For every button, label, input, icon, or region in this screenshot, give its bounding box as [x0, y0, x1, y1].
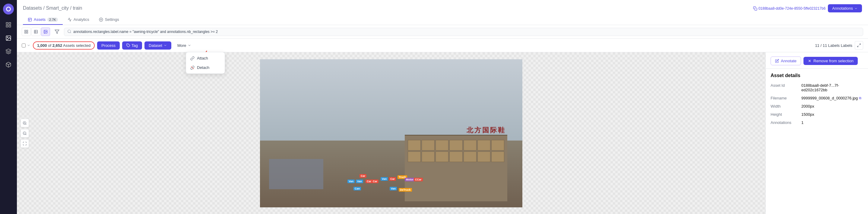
selection-bar: 1,000 of 2,652 Assets selected Process T… [17, 39, 868, 52]
svg-line-33 [26, 134, 27, 135]
detail-label-width: Width [771, 104, 798, 108]
svg-rect-5 [9, 25, 11, 27]
expand-button[interactable] [855, 41, 863, 50]
svg-rect-13 [25, 30, 26, 31]
search-bar [64, 28, 863, 36]
tab-settings[interactable]: Settings [94, 15, 124, 25]
svg-rect-11 [28, 18, 32, 21]
image-controls [21, 119, 29, 148]
svg-line-26 [859, 44, 861, 45]
svg-point-7 [7, 37, 8, 38]
search-icon [67, 29, 71, 34]
sidebar-icon-grid[interactable] [3, 19, 14, 30]
annotations-btn-label: Annotations [832, 6, 853, 10]
svg-rect-16 [27, 32, 28, 33]
header: Datasets / Smart_city / train 0188baa8-d… [17, 0, 868, 25]
image-viewer: Car Van Van Car Car Van Car Truck Motor … [17, 52, 766, 214]
tab-analytics[interactable]: Analytics [63, 15, 94, 25]
process-button[interactable]: Process [97, 42, 120, 50]
label-car-4: Car [389, 177, 396, 181]
detail-label-assetid: Asset Id [771, 83, 798, 88]
label-van-4: Van [390, 187, 397, 190]
detach-label: Detach [197, 65, 209, 70]
content-area: Car Van Van Car Car Van Car Truck Motor … [17, 52, 868, 214]
view-icons [22, 27, 50, 36]
detail-label-annotations: Annotations [771, 120, 798, 125]
copy-filename-button[interactable]: ⧉ [859, 96, 861, 100]
detail-value-assetid: 0188baa8-debf-7...7f-ed202c1672bb [801, 83, 863, 92]
checkbox-area [22, 44, 30, 48]
sidebar-icon-layers[interactable] [3, 46, 14, 57]
annotate-btn-label: Annotate [781, 59, 797, 63]
label-van-2: Van [356, 180, 363, 183]
detail-label-filename: Filename [771, 96, 798, 100]
selected-label: Assets selected [63, 43, 91, 48]
view-grid-button[interactable] [22, 27, 31, 36]
chinese-sign: 北方国际鞋 [467, 126, 506, 135]
building-windows [408, 140, 504, 197]
road-area: Car Van Van Car Car Van Car Truck Motor … [335, 174, 414, 198]
zoom-out-button[interactable] [21, 129, 29, 137]
selected-count: 1,000 [37, 43, 47, 48]
svg-rect-2 [6, 23, 8, 25]
svg-line-27 [858, 46, 859, 47]
tab-assets-badge: 2.7K [48, 18, 58, 22]
svg-point-21 [68, 30, 70, 32]
svg-rect-14 [27, 30, 28, 31]
zoom-in-button[interactable] [21, 119, 29, 127]
label-car-1: Car [360, 174, 367, 178]
view-image-button[interactable] [41, 27, 50, 36]
detail-row-filename: Filename 9999999_00608_d_0000276.jpg ⧉ [766, 94, 868, 102]
detail-value-filename: 9999999_00608_d_0000276.jpg ⧉ [801, 96, 861, 100]
svg-rect-3 [9, 23, 11, 25]
sidebar-icon-image[interactable] [3, 33, 14, 44]
more-button[interactable]: More [174, 42, 195, 50]
detail-label-height: Height [771, 112, 798, 117]
svg-marker-20 [55, 30, 59, 33]
svg-rect-15 [25, 32, 26, 33]
left-structure [269, 159, 323, 189]
total-count: 2,652 [53, 43, 62, 48]
filter-button[interactable] [53, 27, 62, 36]
remove-from-selection-button[interactable]: Remove from selection [803, 57, 858, 65]
label-car-5: CCar [414, 178, 423, 181]
select-all-checkbox[interactable] [22, 44, 26, 48]
tab-assets[interactable]: Assets 2.7K [23, 15, 63, 25]
asset-details-title: Asset details [766, 69, 868, 81]
dataset-button[interactable]: Dataset [145, 42, 171, 50]
view-table-button[interactable] [31, 27, 40, 36]
copy-id-button[interactable]: 0188baa8-dd0e-724e-8550-5ffe023217b6 [753, 6, 826, 10]
asset-id-text: 0188baa8-dd0e-724e-8550-5ffe023217b6 [758, 6, 826, 10]
detail-row-width: Width 2000px [766, 102, 868, 110]
label-motor-1: Motor [405, 178, 415, 181]
header-right: 0188baa8-dd0e-724e-8550-5ffe023217b6 Ann… [753, 4, 862, 15]
search-input[interactable] [73, 30, 860, 34]
annotations-button[interactable]: Annotations [828, 4, 862, 12]
breadcrumb: Datasets / Smart_city / train [23, 5, 82, 11]
remove-btn-label: Remove from selection [813, 59, 854, 63]
dataset-btn-label: Dataset [149, 43, 162, 48]
svg-rect-4 [6, 25, 8, 27]
fit-button[interactable] [21, 139, 29, 148]
tab-assets-label: Assets [34, 17, 45, 22]
app-logo[interactable] [3, 4, 14, 15]
detail-value-annotations: 1 [801, 120, 803, 125]
dropdown-attach[interactable]: Attach [186, 53, 225, 63]
svg-rect-17 [34, 30, 38, 33]
svg-line-29 [26, 124, 27, 125]
tag-button[interactable]: Tag [122, 42, 142, 50]
dropdown-detach[interactable]: Detach [186, 63, 225, 72]
sidebar-icon-cube[interactable] [3, 59, 14, 70]
labels-count: 11 / 11 Labels Labels [815, 43, 852, 48]
more-btn-label: More [177, 43, 186, 48]
header-tabs: Assets 2.7K Analytics Settings [23, 15, 862, 25]
selection-badge: 1,000 of 2,652 Assets selected [33, 42, 95, 50]
detail-value-width: 2000px [801, 104, 814, 108]
right-panel-header: Annotate Remove from selection [766, 52, 868, 69]
toolbar [17, 25, 868, 39]
svg-line-22 [70, 32, 71, 33]
annotate-button[interactable]: Annotate [771, 56, 801, 65]
detail-row-height: Height 1500px [766, 110, 868, 118]
city-scene: Car Van Van Car Car Van Car Truck Motor … [260, 59, 522, 207]
filename-text: 9999999_00608_d_0000276.jpg [801, 96, 858, 100]
